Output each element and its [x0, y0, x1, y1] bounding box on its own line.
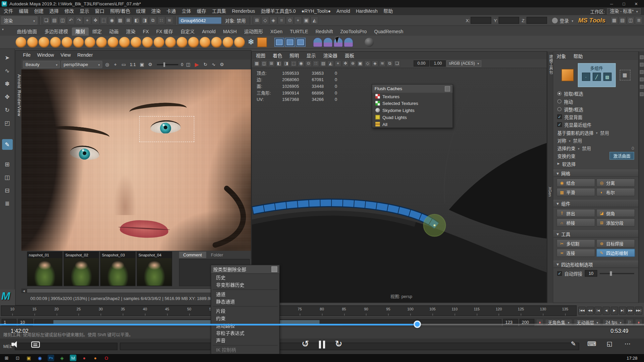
- sculpt-shelf-icon-3[interactable]: [50, 37, 61, 48]
- viewport-menu-3[interactable]: 显示: [306, 52, 316, 59]
- minimize-button[interactable]: ─: [605, 0, 618, 7]
- sculpt-shelf-icon-12[interactable]: [154, 37, 164, 48]
- delete-item-7[interactable]: 非粒子表达式: [211, 329, 279, 337]
- playback-button-6[interactable]: ▶▶: [627, 307, 634, 315]
- viewport-icon-17[interactable]: ≋: [379, 60, 386, 67]
- flush-item-0[interactable]: Textures: [372, 93, 452, 100]
- playback-button-4[interactable]: ▶: [611, 307, 618, 315]
- sculpt-shelf-icon-11[interactable]: [142, 37, 153, 48]
- playback-button-2[interactable]: |◀: [594, 307, 602, 315]
- renderview-icon-toolbar_icons_b-1[interactable]: ⚙: [147, 61, 154, 68]
- maximize-button[interactable]: □: [618, 0, 630, 7]
- delete-item-4[interactable]: 片段: [211, 307, 279, 315]
- flush-item-4[interactable]: All: [372, 121, 452, 128]
- viewport-menu-2[interactable]: 照明: [289, 52, 299, 59]
- statusline-left-icon-3[interactable]: ↶: [67, 16, 75, 24]
- scroll-left-icon[interactable]: [21, 289, 26, 293]
- viewport-icon-11[interactable]: ⌖: [335, 60, 341, 67]
- quad-draw-tool[interactable]: ✎: [2, 139, 13, 150]
- statusline-right-icon-2[interactable]: ◫: [627, 16, 635, 24]
- sculpt-shelf-icon-8[interactable]: [108, 37, 118, 48]
- viewport-menu-4[interactable]: 渲染器: [323, 52, 337, 59]
- delete-item-1[interactable]: 非变形器历史: [211, 281, 279, 289]
- flush-item-2[interactable]: Skydome Lights: [372, 107, 452, 114]
- gamma-field[interactable]: 1.00: [430, 60, 446, 66]
- renderview-icon-toolbar_icons_d-1[interactable]: ∿: [210, 61, 217, 68]
- statusline-left-icon-0[interactable]: ❏: [42, 16, 50, 24]
- statusline-right-icon-3[interactable]: ≣: [635, 16, 643, 24]
- viewport-icon-0[interactable]: ▦: [254, 60, 260, 67]
- statusline-left-icon-1[interactable]: ▤: [51, 16, 58, 24]
- statusline-mid-icon-2[interactable]: ◈: [269, 16, 277, 24]
- camera-based-selection-row[interactable]: 基于摄影机的选择禁用: [553, 128, 638, 136]
- monitor-shelf-icon-3[interactable]: [274, 38, 284, 47]
- snapshot-2[interactable]: Snapshot_02: [64, 252, 99, 286]
- viewport-menu-0[interactable]: 视图: [256, 52, 265, 59]
- task-view-icon[interactable]: ⊡: [14, 355, 21, 361]
- scale-tool[interactable]: ◰: [2, 118, 13, 128]
- menubar-item-9[interactable]: 渲染: [148, 7, 163, 15]
- connect-button[interactable]: ≍连接: [556, 249, 595, 257]
- keyboard-icon[interactable]: ⌨: [587, 340, 595, 348]
- statusline-left-icon-4[interactable]: ↷: [75, 16, 83, 24]
- section-1-header[interactable]: 组件: [553, 200, 638, 207]
- menubar-item-19[interactable]: 帮助: [380, 7, 395, 15]
- menubar-item-18[interactable]: HardMesh: [353, 7, 380, 15]
- playback-button-5[interactable]: ▶|: [619, 307, 626, 315]
- uv-mode-icon[interactable]: ▦: [620, 70, 630, 80]
- quad-draw-button[interactable]: ✎四边形绘制: [596, 249, 635, 257]
- flush-item-3[interactable]: Quad Lights: [372, 114, 452, 121]
- shelf-tab-7[interactable]: FX 缓存: [153, 27, 177, 36]
- statusline-mid-icon-5[interactable]: ⌖: [294, 16, 302, 24]
- sculpt-shelf-icon-0[interactable]: [16, 37, 26, 48]
- nearest-component-highlight-checkbox[interactable]: [557, 122, 562, 127]
- dock-icon-0[interactable]: [640, 55, 643, 59]
- delete-item-3[interactable]: 静态通道: [211, 298, 279, 305]
- viewport-icon-15[interactable]: ◇: [364, 60, 371, 67]
- y-input[interactable]: [499, 17, 519, 24]
- menubar-item-10[interactable]: 卡通: [164, 7, 179, 15]
- statusline-right-icon-1[interactable]: ▤: [619, 16, 626, 24]
- workspace-selector[interactable]: 渲染 - 标准*: [607, 8, 641, 14]
- renderview-menu-3[interactable]: Render: [77, 53, 93, 58]
- sculpt-shelf-icon-14[interactable]: [177, 37, 187, 48]
- menubar-item-12[interactable]: 缓存: [194, 7, 209, 15]
- statusline-left-icon-12[interactable]: ◨: [141, 16, 149, 24]
- statusline-mid-icon-0[interactable]: ⊞: [253, 16, 261, 24]
- renderview-icon-toolbar_icons_c-0[interactable]: ◫: [184, 61, 192, 68]
- auto-weld-value[interactable]: 10: [585, 270, 597, 277]
- forward-30-button[interactable]: ↻30: [333, 339, 344, 350]
- select-tool[interactable]: ➤: [2, 52, 13, 63]
- snapshot-1[interactable]: napshot_01: [27, 252, 62, 286]
- menu-set-selector[interactable]: 渲染: [1, 16, 38, 24]
- menubar-item-0[interactable]: 文件: [1, 7, 16, 15]
- shelf-tab-1[interactable]: 多边形建模: [41, 27, 71, 36]
- snapshot-4[interactable]: Snapshot_04: [137, 252, 172, 286]
- renderview-icon-toolbar_icons_a-2[interactable]: ▭: [120, 61, 127, 68]
- object-mode-icon[interactable]: [561, 69, 574, 81]
- start-button[interactable]: ⊞: [3, 355, 10, 361]
- viewport-icon-9[interactable]: ▤: [320, 60, 327, 67]
- debug-shading-slider[interactable]: [157, 64, 178, 65]
- orange-app-icon[interactable]: ●: [92, 355, 99, 361]
- snapshot-3[interactable]: Snapshot_03: [100, 252, 136, 286]
- viewport-icon-6[interactable]: ◉: [298, 60, 305, 67]
- drag-radio[interactable]: [557, 99, 561, 103]
- pick-marquee-radio[interactable]: [557, 91, 561, 95]
- smooth-button[interactable]: ▦平滑: [556, 188, 595, 196]
- viewport-icon-14[interactable]: ▣: [357, 60, 364, 67]
- opera-icon[interactable]: O: [103, 355, 110, 361]
- shelf-tab-2[interactable]: 雕刻: [72, 27, 89, 36]
- close-icon[interactable]: [271, 266, 277, 272]
- sculpt-shelf-icon-5[interactable]: [73, 37, 84, 48]
- statusline-left-icon-5[interactable]: ⌖: [84, 16, 91, 24]
- volume-icon[interactable]: [11, 341, 19, 348]
- toolkit-menu-1[interactable]: 帮助: [573, 53, 583, 59]
- move-tool[interactable]: ✥: [2, 92, 13, 102]
- playback-button-7[interactable]: ▶▶|: [635, 307, 642, 315]
- shelf-tab-16[interactable]: QuadRemesh: [370, 27, 407, 36]
- menubar-item-4[interactable]: 修改: [62, 7, 77, 15]
- vertex-mode-icon[interactable]: ·: [582, 73, 590, 81]
- flush-item-1[interactable]: Selected Textures: [372, 100, 452, 107]
- auto-weld-slider[interactable]: [600, 273, 634, 274]
